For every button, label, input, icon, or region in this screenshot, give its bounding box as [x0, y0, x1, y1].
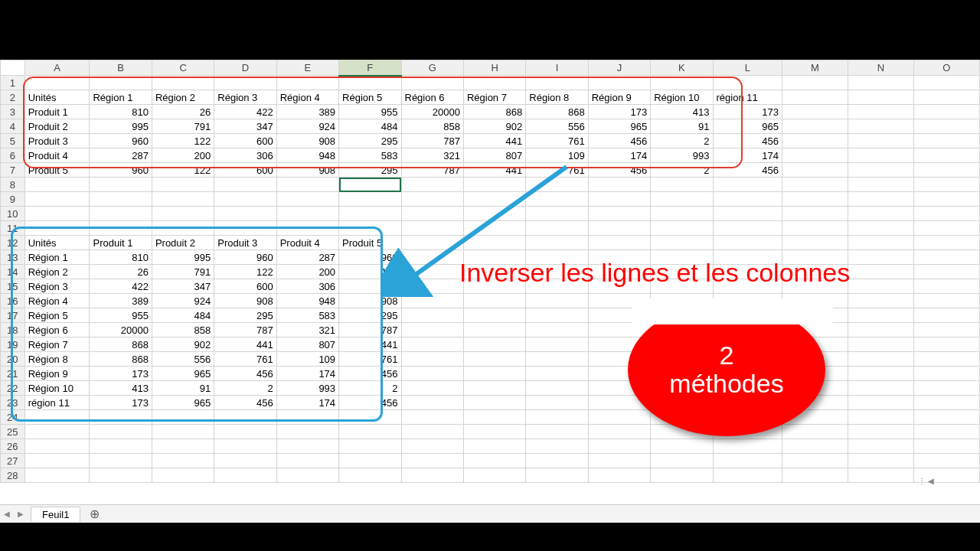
row-header-24[interactable]: 24 — [1, 410, 25, 425]
cell-D20[interactable]: 761 — [214, 352, 276, 367]
cell-I26[interactable] — [526, 439, 588, 454]
cell-E21[interactable]: 174 — [276, 367, 338, 381]
cell-M11[interactable] — [782, 221, 848, 236]
cell-N18[interactable] — [848, 323, 913, 337]
cell-D3[interactable]: 422 — [214, 105, 276, 119]
cell-E12[interactable]: Produit 4 — [276, 236, 338, 250]
cell-B27[interactable] — [90, 454, 152, 468]
cell-A12[interactable]: Unités — [24, 236, 90, 250]
cell-D21[interactable]: 456 — [214, 367, 276, 381]
cell-G22[interactable] — [401, 381, 463, 396]
row-header-17[interactable]: 17 — [1, 308, 25, 323]
cell-K10[interactable] — [651, 207, 713, 221]
cell-O1[interactable] — [913, 76, 979, 90]
cell-N10[interactable] — [848, 207, 913, 221]
cell-A9[interactable] — [24, 192, 90, 207]
cell-C8[interactable] — [152, 178, 214, 192]
cell-N23[interactable] — [848, 396, 913, 410]
cell-G11[interactable] — [401, 221, 463, 236]
cell-O12[interactable] — [913, 236, 979, 250]
cell-M2[interactable] — [782, 90, 848, 105]
cell-F26[interactable] — [339, 439, 401, 454]
cell-C2[interactable]: Région 2 — [152, 90, 214, 105]
cell-B9[interactable] — [90, 192, 152, 207]
cell-D1[interactable] — [214, 76, 276, 90]
cell-E6[interactable]: 948 — [276, 148, 338, 163]
cell-A8[interactable] — [24, 178, 90, 192]
cell-E26[interactable] — [276, 439, 338, 454]
cell-E9[interactable] — [276, 192, 338, 207]
cell-B6[interactable]: 287 — [90, 148, 152, 163]
add-sheet-button[interactable]: ⊕ — [85, 506, 103, 523]
row-header-18[interactable]: 18 — [1, 323, 25, 337]
col-header-M[interactable]: M — [782, 60, 848, 76]
cell-C27[interactable] — [152, 454, 214, 468]
cell-I24[interactable] — [526, 410, 588, 425]
cell-M7[interactable] — [782, 163, 848, 178]
cell-B26[interactable] — [90, 439, 152, 454]
cell-C11[interactable] — [152, 221, 214, 236]
cell-J9[interactable] — [588, 192, 650, 207]
cell-G10[interactable] — [401, 207, 463, 221]
cell-A13[interactable]: Région 1 — [24, 250, 90, 265]
cell-I17[interactable] — [526, 308, 588, 323]
cell-O24[interactable] — [913, 410, 979, 425]
cell-D9[interactable] — [214, 192, 276, 207]
cell-B24[interactable] — [90, 410, 152, 425]
cell-B25[interactable] — [90, 425, 152, 439]
cell-O9[interactable] — [913, 192, 979, 207]
tab-prev-button[interactable]: ◀ — [0, 506, 14, 523]
cell-A27[interactable] — [24, 454, 90, 468]
cell-C6[interactable]: 200 — [152, 148, 214, 163]
cell-G27[interactable] — [401, 454, 463, 468]
cell-F18[interactable]: 787 — [339, 323, 401, 337]
cell-D25[interactable] — [214, 425, 276, 439]
cell-E28[interactable] — [276, 468, 338, 483]
cell-O18[interactable] — [913, 323, 979, 337]
cell-E2[interactable]: Région 4 — [276, 90, 338, 105]
cell-I22[interactable] — [526, 381, 588, 396]
row-header-28[interactable]: 28 — [1, 468, 25, 483]
cell-B12[interactable]: Produit 1 — [90, 236, 152, 250]
cell-F24[interactable] — [339, 410, 401, 425]
cell-L5[interactable]: 456 — [713, 134, 782, 148]
cell-O25[interactable] — [913, 425, 979, 439]
cell-H19[interactable] — [463, 337, 525, 352]
cell-D18[interactable]: 787 — [214, 323, 276, 337]
cell-F5[interactable]: 295 — [339, 134, 401, 148]
cell-B15[interactable]: 422 — [90, 279, 152, 294]
cell-C12[interactable]: Produit 2 — [152, 236, 214, 250]
cell-C5[interactable]: 122 — [152, 134, 214, 148]
cell-N26[interactable] — [848, 439, 913, 454]
cell-G28[interactable] — [401, 468, 463, 483]
cell-M28[interactable] — [782, 468, 848, 483]
cell-N4[interactable] — [848, 119, 913, 134]
cell-N11[interactable] — [848, 221, 913, 236]
cell-E13[interactable]: 287 — [276, 250, 338, 265]
cell-H9[interactable] — [463, 192, 525, 207]
cell-H8[interactable] — [463, 178, 525, 192]
row-header-9[interactable]: 9 — [1, 192, 25, 207]
cell-D24[interactable] — [214, 410, 276, 425]
cell-C16[interactable]: 924 — [152, 294, 214, 308]
cell-F16[interactable]: 908 — [339, 294, 401, 308]
cell-G18[interactable] — [401, 323, 463, 337]
cell-O22[interactable] — [913, 381, 979, 396]
cell-O23[interactable] — [913, 396, 979, 410]
row-header-22[interactable]: 22 — [1, 381, 25, 396]
cell-O13[interactable] — [913, 250, 979, 265]
cell-F17[interactable]: 295 — [339, 308, 401, 323]
row-header-26[interactable]: 26 — [1, 439, 25, 454]
cell-D2[interactable]: Région 3 — [214, 90, 276, 105]
cell-N27[interactable] — [848, 454, 913, 468]
cell-J5[interactable]: 456 — [588, 134, 650, 148]
cell-I7[interactable]: 761 — [526, 163, 588, 178]
cell-F14[interactable]: 122 — [339, 265, 401, 279]
col-header-K[interactable]: K — [651, 60, 713, 76]
cell-O14[interactable] — [913, 265, 979, 279]
cell-C17[interactable]: 484 — [152, 308, 214, 323]
cell-J10[interactable] — [588, 207, 650, 221]
cell-O2[interactable] — [913, 90, 979, 105]
cell-F1[interactable] — [339, 76, 401, 90]
cell-G7[interactable]: 787 — [401, 163, 463, 178]
